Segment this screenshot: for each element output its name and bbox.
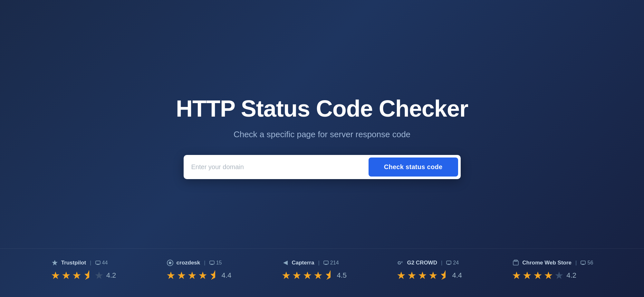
star-full: ★ bbox=[418, 269, 427, 282]
svg-marker-5 bbox=[283, 261, 288, 265]
svg-marker-0 bbox=[52, 260, 58, 265]
star-half: ⯨ bbox=[83, 270, 93, 282]
platform-name: crozdesk bbox=[177, 260, 200, 266]
stars-row: ★★★★⯨4.4 bbox=[166, 269, 232, 282]
star-full: ★ bbox=[198, 269, 207, 282]
svg-rect-4 bbox=[210, 261, 214, 264]
stars-row: ★★★★★4.2 bbox=[512, 269, 576, 282]
platform-name: Trustpilot bbox=[61, 260, 86, 266]
platform-icon bbox=[512, 259, 520, 267]
platform-icon bbox=[166, 259, 174, 267]
star-full: ★ bbox=[282, 269, 291, 282]
star-full: ★ bbox=[177, 269, 186, 282]
rating-score: 4.4 bbox=[452, 271, 462, 280]
search-container: Check status code bbox=[184, 155, 461, 179]
star-half: ⯨ bbox=[439, 270, 449, 282]
comment-icon bbox=[323, 260, 329, 265]
star-full: ★ bbox=[397, 269, 406, 282]
rating-score: 4.2 bbox=[106, 271, 116, 280]
star-full: ★ bbox=[303, 269, 312, 282]
rating-header: Chrome Web Store | 56 bbox=[512, 259, 593, 267]
comment-icon bbox=[95, 260, 101, 265]
star-full: ★ bbox=[533, 269, 543, 282]
svg-rect-8 bbox=[447, 261, 451, 264]
star-half: ⯨ bbox=[209, 270, 219, 282]
rating-item: G² G2 CROWD | 24 ★★★★⯨4.4 bbox=[397, 259, 462, 282]
svg-rect-1 bbox=[96, 261, 100, 264]
rating-score: 4.4 bbox=[222, 271, 232, 280]
star-full: ★ bbox=[512, 269, 521, 282]
platform-icon: G² bbox=[397, 259, 404, 267]
star-full: ★ bbox=[428, 269, 438, 282]
star-empty: ★ bbox=[94, 269, 104, 282]
platform-icon bbox=[282, 259, 289, 267]
review-count: 214 bbox=[323, 260, 339, 266]
star-half: ⯨ bbox=[324, 270, 334, 282]
star-full: ★ bbox=[51, 269, 60, 282]
page-subtitle: Check a specific page for server respons… bbox=[234, 129, 410, 139]
comment-icon bbox=[209, 260, 215, 265]
review-count: 24 bbox=[446, 260, 459, 266]
star-full: ★ bbox=[292, 269, 302, 282]
review-count: 15 bbox=[209, 260, 222, 266]
rating-item: Chrome Web Store | 56 ★★★★★4.2 bbox=[512, 259, 593, 282]
svg-text:G²: G² bbox=[398, 260, 403, 265]
svg-rect-10 bbox=[514, 260, 517, 261]
separator: | bbox=[90, 260, 91, 266]
star-full: ★ bbox=[544, 269, 553, 282]
rating-item: Trustpilot | 44 ★★★⯨★4.2 bbox=[51, 259, 116, 282]
review-count: 56 bbox=[581, 260, 593, 266]
rating-header: crozdesk | 15 bbox=[166, 259, 222, 267]
stars-row: ★★★★⯨4.5 bbox=[282, 269, 347, 282]
page-title: HTTP Status Code Checker bbox=[176, 95, 468, 122]
svg-rect-9 bbox=[513, 261, 518, 265]
separator: | bbox=[318, 260, 319, 266]
svg-rect-11 bbox=[581, 261, 585, 264]
star-full: ★ bbox=[166, 269, 176, 282]
stars-row: ★★★★⯨4.4 bbox=[397, 269, 462, 282]
star-empty: ★ bbox=[554, 269, 564, 282]
separator: | bbox=[575, 260, 577, 266]
svg-rect-6 bbox=[324, 261, 328, 264]
rating-item: Capterra | 214 ★★★★⯨4.5 bbox=[282, 259, 347, 282]
rating-header: G² G2 CROWD | 24 bbox=[397, 259, 459, 267]
review-count: 44 bbox=[95, 260, 108, 266]
rating-score: 4.5 bbox=[337, 271, 347, 280]
rating-header: Trustpilot | 44 bbox=[51, 259, 108, 267]
hero-section: HTTP Status Code Checker Check a specifi… bbox=[0, 0, 644, 248]
platform-name: Chrome Web Store bbox=[522, 260, 572, 266]
ratings-bar: Trustpilot | 44 ★★★⯨★4.2 crozdesk | bbox=[0, 248, 644, 297]
platform-name: Capterra bbox=[292, 260, 314, 266]
star-full: ★ bbox=[407, 269, 417, 282]
domain-input[interactable] bbox=[189, 160, 369, 174]
rating-header: Capterra | 214 bbox=[282, 259, 339, 267]
star-full: ★ bbox=[187, 269, 197, 282]
comment-icon bbox=[446, 260, 451, 265]
star-full: ★ bbox=[313, 269, 323, 282]
star-full: ★ bbox=[72, 269, 82, 282]
rating-score: 4.2 bbox=[566, 271, 576, 280]
check-status-button[interactable]: Check status code bbox=[369, 158, 458, 177]
svg-point-3 bbox=[169, 262, 171, 264]
star-full: ★ bbox=[523, 269, 532, 282]
separator: | bbox=[441, 260, 442, 266]
platform-icon bbox=[51, 259, 59, 267]
stars-row: ★★★⯨★4.2 bbox=[51, 269, 116, 282]
star-full: ★ bbox=[62, 269, 71, 282]
separator: | bbox=[204, 260, 205, 266]
platform-name: G2 CROWD bbox=[407, 260, 437, 266]
comment-icon bbox=[581, 260, 586, 265]
rating-item: crozdesk | 15 ★★★★⯨4.4 bbox=[166, 259, 232, 282]
